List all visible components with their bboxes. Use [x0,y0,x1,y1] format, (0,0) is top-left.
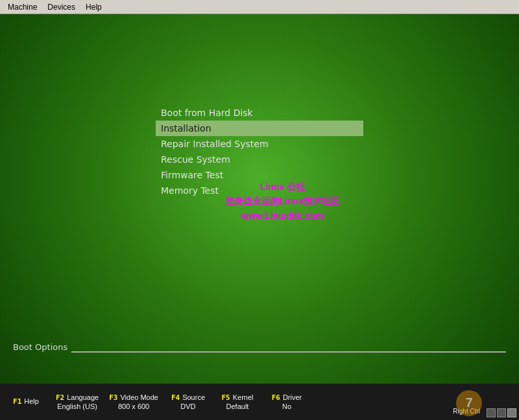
taskbar-icon-2 [497,408,506,417]
vm-area: Boot from Hard Disk Installation Repair … [0,14,519,420]
fkey-f5-name: Kernel [233,393,254,401]
fkey-f4-name: Source [182,393,205,401]
fkey-f1[interactable]: F1 Help [6,397,45,406]
taskbar-icon-3 [507,408,516,417]
taskbar-icon-1 [487,408,496,417]
boot-item-hard-disk[interactable]: Boot from Hard Disk [156,105,363,121]
fkey-f2-num: F2 [56,393,64,402]
fkey-f4[interactable]: F4 Source DVD [169,393,208,410]
fkey-f5-num: F5 [221,393,230,402]
fkey-bar: F1 Help F2 Language English (US) F3 Vide… [0,384,519,420]
svg-text:7: 7 [465,395,472,410]
fkey-f3-num: F3 [109,393,117,402]
fkey-f3-name: Video Mode [120,393,158,401]
boot-item-repair[interactable]: Repair Installed System [156,136,363,152]
logo-icon: 7 [455,389,483,417]
menu-machine[interactable]: Machine [3,1,42,13]
fkey-f6-name: Driver [283,393,302,401]
fkey-f6-value: No [282,402,291,410]
menubar: Machine Devices Help [0,0,519,14]
watermark-line3: www.Linuxidc.com [225,209,340,223]
boot-item-memory[interactable]: Memory Test [156,183,363,198]
boot-menu: Boot from Hard Disk Installation Repair … [156,105,363,198]
fkey-f6-num: F6 [272,393,280,402]
fkey-f5-value: Default [226,402,249,410]
boot-options-input[interactable] [71,341,506,353]
fkey-f4-num: F4 [171,393,180,402]
fkey-f5[interactable]: F5 Kernel Default [218,393,257,410]
fkey-f3[interactable]: F3 Video Mode 800 x 600 [109,393,158,410]
fkey-f4-value: DVD [180,402,195,410]
fkey-f1-num: F1 [13,397,21,406]
fkey-f3-value: 800 x 600 [118,402,149,410]
boot-item-installation[interactable]: Installation [156,121,363,136]
menu-help[interactable]: Help [80,1,107,13]
fkey-f1-name: Help [24,397,39,405]
boot-item-firmware[interactable]: Firmware Test [156,167,363,183]
boot-options-label: Boot Options [13,342,67,352]
boot-item-rescue[interactable]: Rescue System [156,152,363,167]
boot-options-bar: Boot Options [0,338,519,355]
fkey-f2-value: English (US) [57,402,97,410]
fkey-f2[interactable]: F2 Language English (US) [56,393,99,410]
fkey-f2-name: Language [67,393,99,401]
fkey-f6[interactable]: F6 Driver No [267,393,306,410]
menu-devices[interactable]: Devices [42,1,80,13]
taskbar-icons [487,408,516,417]
